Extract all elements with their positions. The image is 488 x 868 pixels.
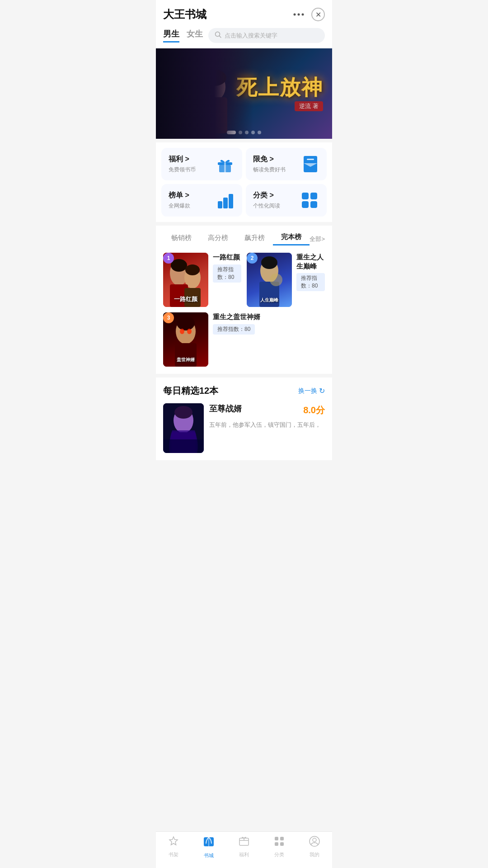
book-3-cover-text: 盖世神婿 [163, 357, 208, 363]
rankings-card[interactable]: 榜单 > 全网爆款 [161, 184, 242, 217]
book-2-score: 推荐指数：80 [296, 273, 325, 291]
category-title: 分类 > [253, 191, 274, 200]
svg-rect-20 [223, 198, 228, 208]
book-1-score: 推荐指数：80 [213, 264, 241, 283]
header-top: 大王书城 ✕ [163, 7, 325, 22]
tab-highscore[interactable]: 高分榜 [200, 234, 236, 245]
refresh-icon: ↻ [319, 387, 325, 395]
rank-books-grid: 1 一路红颜 一路红颜 推荐指数：80 [163, 253, 325, 367]
limit-free-subtitle: 畅读免费好书 [253, 166, 286, 174]
header-icons: ✕ [291, 7, 325, 22]
svg-rect-23 [310, 193, 317, 199]
daily-section: 每日精选12本 换一换 ↻ 至尊战婿 8.0分 [156, 377, 332, 460]
daily-book-desc: 五年前，他参军入伍，镇守国门，五年后， [209, 420, 325, 429]
rank-badge-3: 3 [163, 312, 174, 323]
svg-rect-38 [175, 343, 197, 367]
book-1-title: 一路红颜 [213, 253, 241, 262]
svg-rect-18 [307, 159, 314, 160]
book-3-title: 重生之盖世神婿 [213, 312, 325, 321]
rank-badge-2: 2 [247, 253, 258, 264]
grid-icon [300, 190, 319, 210]
svg-rect-16 [224, 162, 226, 172]
close-icon: ✕ [315, 10, 321, 19]
svg-rect-19 [218, 201, 222, 208]
dot-5 [258, 131, 261, 134]
svg-rect-25 [310, 201, 317, 208]
rank-tabs: 畅销榜 高分榜 飙升榜 完本榜 全部> [163, 233, 325, 245]
rankings-title: 榜单 > [169, 191, 189, 200]
limit-free-title: 限免 > [253, 155, 274, 164]
book-2-cover-text: 人生巅峰 [247, 297, 292, 303]
category-subtitle: 个性化阅读 [253, 202, 280, 210]
welfare-title: 福利 > [169, 155, 189, 164]
banner[interactable]: 死上放神 逆流 著 [156, 48, 332, 139]
search-icon [215, 31, 222, 40]
svg-line-4 [220, 36, 221, 38]
svg-point-1 [298, 14, 300, 16]
book-1-cover-text: 一路红颜 [163, 295, 208, 303]
app-title: 大王书城 [163, 7, 206, 22]
svg-point-37 [177, 316, 195, 330]
banner-character [156, 48, 253, 139]
book-cover-1: 1 一路红颜 [163, 253, 208, 307]
svg-rect-22 [302, 193, 309, 199]
daily-book-title: 至尊战婿 [209, 403, 242, 414]
welfare-subtitle: 免费领书币 [169, 166, 196, 174]
search-bar[interactable]: 点击输入搜索关键字 [208, 28, 325, 43]
rank-badge-1: 1 [163, 253, 174, 264]
tab-female[interactable]: 女生 [187, 28, 203, 42]
banner-author: 逆流 著 [295, 101, 323, 111]
rank-all-link[interactable]: 全部> [310, 235, 325, 243]
book-cover-3: 3 盖世神婿 [163, 312, 208, 367]
refresh-button[interactable]: 换一换 ↻ [298, 387, 325, 395]
rank-book-3[interactable]: 3 盖世神婿 重生之盖世神婿 推荐指数：80 [163, 312, 325, 367]
section-header: 每日精选12本 换一换 ↻ [163, 385, 325, 397]
svg-point-28 [171, 259, 187, 272]
svg-point-29 [185, 264, 200, 275]
bookmark-icon [301, 154, 319, 174]
limit-free-card[interactable]: 限免 > 畅读免费好书 [246, 148, 327, 180]
gender-tabs: 男生 女生 [163, 28, 203, 42]
chart-icon [215, 190, 235, 210]
svg-point-35 [270, 274, 282, 286]
svg-rect-24 [302, 201, 309, 208]
quick-actions: 福利 > 免费领书币 限免 > 畅读免费好书 [156, 142, 332, 222]
gender-search-bar: 男生 女生 点击输入搜索关键字 [163, 28, 325, 48]
svg-rect-21 [229, 194, 233, 208]
svg-point-39 [180, 329, 184, 334]
search-placeholder: 点击输入搜索关键字 [225, 32, 277, 40]
daily-book-score: 8.0分 [303, 404, 325, 416]
book-cover-2: 2 人生巅峰 [247, 253, 292, 307]
book-3-score: 推荐指数：80 [213, 324, 255, 335]
daily-book[interactable]: 至尊战婿 8.0分 五年前，他参军入伍，镇守国门，五年后， [163, 403, 325, 453]
tab-bestseller[interactable]: 畅销榜 [163, 234, 200, 245]
svg-point-33 [261, 256, 277, 269]
more-button[interactable] [291, 7, 306, 22]
tab-complete[interactable]: 完本榜 [273, 233, 310, 245]
svg-point-0 [294, 14, 296, 16]
rank-book-2[interactable]: 2 人生巅峰 重生之人生巅峰 推荐指数：80 [247, 253, 325, 307]
svg-point-40 [187, 329, 192, 334]
gift-icon [215, 154, 235, 174]
header: 大王书城 ✕ 男生 女生 [156, 0, 332, 48]
daily-book-cover [163, 403, 204, 453]
close-button[interactable]: ✕ [311, 8, 325, 21]
svg-point-43 [174, 406, 192, 419]
category-card[interactable]: 分类 > 个性化阅读 [246, 184, 327, 217]
daily-title: 每日精选12本 [163, 385, 218, 397]
rank-book-1[interactable]: 1 一路红颜 一路红颜 推荐指数：80 [163, 253, 241, 307]
svg-point-2 [302, 14, 304, 16]
welfare-card[interactable]: 福利 > 免费领书币 [161, 148, 242, 180]
tab-rising[interactable]: 飙升榜 [236, 234, 273, 245]
rankings-subtitle: 全网爆款 [169, 202, 190, 210]
tab-male[interactable]: 男生 [163, 28, 179, 42]
rankings-section: 畅销榜 高分榜 飙升榜 完本榜 全部> 1 [156, 226, 332, 374]
refresh-label: 换一换 [298, 387, 317, 395]
book-2-title: 重生之人生巅峰 [296, 253, 325, 270]
